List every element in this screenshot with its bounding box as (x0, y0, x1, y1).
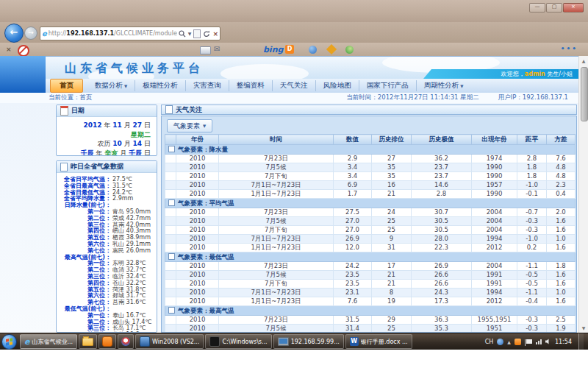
table-cell: 35.3 (412, 325, 472, 333)
table-row[interactable]: 20107月1日~7月23日6.91614.61957-1.02.3 (165, 181, 576, 190)
taskbar-item-2[interactable] (79, 334, 97, 349)
taskbar-item-4[interactable] (118, 334, 134, 349)
nav-item-6[interactable]: 天气关注 (272, 80, 315, 91)
collapse-toggle-icon[interactable] (168, 146, 175, 152)
table-cell: 24.3 (412, 289, 472, 297)
table-row[interactable]: 20107月下旬23.52126.61991-0.51.6 (165, 280, 576, 289)
table-row[interactable]: 20107月5候27.02530.52004-0.31.6 (165, 217, 576, 226)
table-row[interactable]: 20107月23日31.52936.31955,1951-0.32.5 (165, 316, 576, 325)
nav-item-7[interactable]: 风险地图 (315, 80, 359, 91)
table-row[interactable]: 20107月5候31.42535.31951-0.31.9 (165, 325, 576, 333)
element-select-button[interactable]: 气象要素▼ (167, 119, 212, 132)
compatibility-view-icon[interactable] (193, 29, 201, 38)
taskbar-item-7[interactable]: 192.168.59.99... (273, 334, 344, 349)
column-header[interactable]: 历史极值 (412, 135, 472, 145)
search-icon[interactable] (179, 30, 186, 38)
nav-item-2[interactable]: 数据分析▼ (87, 80, 135, 91)
action-center-flag-icon[interactable] (526, 339, 532, 344)
word-icon: W (350, 337, 359, 346)
toolbar-overflow-icon[interactable]: ••• (561, 45, 578, 52)
refresh-icon[interactable] (203, 30, 210, 38)
nav-item-3[interactable]: 极端性分析 (135, 80, 185, 91)
toolbar-close-icon[interactable]: × (6, 46, 12, 53)
language-indicator[interactable]: CH (485, 339, 494, 345)
table-row[interactable]: 20107月1日~7月23日23.1824.31994-1.11.0 (165, 289, 576, 297)
table-cell: 30.7 (412, 208, 472, 217)
collapse-toggle-icon[interactable] (168, 307, 175, 314)
scroll-up-icon[interactable]: ▲ (579, 56, 588, 66)
blocker-icon[interactable] (18, 45, 29, 57)
table-row[interactable]: 20107月23日24.21726.92004-1.11.8 (165, 262, 576, 271)
group-header-row[interactable]: 气象要素：降水量 (165, 145, 576, 155)
snapshot-icon[interactable] (200, 46, 211, 54)
table-row[interactable]: 20107月下旬27.02530.52004-0.31.6 (165, 226, 576, 235)
address-bar-controls: ▼ × (179, 29, 218, 38)
maximize-button[interactable]: ▢ (546, 3, 562, 13)
table-row[interactable]: 20101月1日~7月23日7.61917.32012-0.41.6 (165, 297, 576, 306)
windows-taskbar: e山东省气候业...Win2008 (VS2...C:\Windows\s...… (0, 333, 588, 350)
nav-item-4[interactable]: 灾害查询 (185, 80, 229, 91)
column-header[interactable]: 距平 (517, 135, 547, 145)
back-button[interactable]: ← (4, 24, 24, 43)
table-row[interactable]: 20101月1日~7月23日1.7212.81990-0.10.4 (165, 190, 576, 199)
tray-expand-icon[interactable]: ▲ (507, 339, 511, 344)
taskbar-item-6[interactable]: C:\Windows\s... (205, 334, 271, 349)
show-desktop-button[interactable] (578, 333, 584, 350)
breadcrumb: 当前位置：首页 (49, 93, 93, 102)
group-header-row[interactable]: 气象要素：平均气温 (165, 199, 576, 208)
tray-app-icon[interactable] (497, 339, 503, 345)
table-row[interactable]: 20107月23日27.52430.72004-0.72.0 (165, 208, 576, 217)
table-row[interactable]: 20107月下旬3.43523.719901.84.8 (165, 172, 576, 181)
column-header[interactable]: 出现年份 (472, 135, 517, 145)
bing-logo[interactable]: bing (263, 45, 283, 54)
start-button[interactable] (1, 334, 17, 350)
mail-icon[interactable]: ✉ (214, 45, 220, 53)
taskbar-item-3[interactable] (98, 334, 116, 349)
calendar-text: 辛亥 (104, 149, 118, 157)
column-header[interactable]: 数值 (334, 135, 372, 145)
scroll-down-icon[interactable]: ▼ (579, 323, 588, 333)
close-button[interactable]: × (563, 3, 584, 13)
bing-addon-icon[interactable]: D (285, 45, 294, 54)
volume-icon[interactable] (545, 339, 551, 344)
network-icon[interactable] (536, 339, 542, 344)
addon-diamond-icon[interactable] (326, 44, 337, 54)
table-row[interactable]: 20107月5候3.43523.719901.84.8 (165, 163, 576, 172)
column-header[interactable]: 历史排位 (372, 135, 412, 145)
taskbar-item-5[interactable]: Win2008 (VS2... (135, 334, 204, 349)
addon-green-icon[interactable] (345, 46, 354, 54)
table-row[interactable]: 20101月1日~7月23日12.03122.320120.21.6 (165, 244, 576, 252)
scrollbar-thumb[interactable] (581, 67, 588, 121)
forward-button[interactable]: → (24, 26, 37, 40)
table-cell: 25 (372, 226, 412, 235)
table-row[interactable]: 20107月5候23.52126.61991-0.51.6 (165, 271, 576, 280)
taskbar-item-label: Win2008 (VS2... (152, 339, 199, 345)
collapse-toggle-icon[interactable] (168, 253, 175, 260)
taskbar-item-1[interactable]: e山东省气候业... (20, 334, 77, 349)
vertical-scrollbar[interactable]: ▲ ▼ (578, 56, 588, 333)
nav-item-8[interactable]: 国家下行产品 (359, 80, 416, 91)
group-header-row[interactable]: 气象要素：最低气温 (165, 252, 576, 262)
search-dropdown-icon[interactable]: ▼ (188, 31, 192, 36)
nav-item-9[interactable]: 周期性分析▼ (416, 80, 471, 91)
taskbar-item-8[interactable]: W银行手册.docx ... (345, 334, 412, 349)
column-header[interactable]: 时间 (219, 135, 334, 145)
stop-icon[interactable]: × (212, 30, 218, 38)
tray-security-icon[interactable] (514, 339, 521, 345)
nav-item-1[interactable]: 首页 (50, 79, 83, 93)
addon-blue-icon[interactable] (309, 46, 317, 54)
address-bar[interactable]: e http://192.168.137.1/GLCCLIMATE/module… (40, 26, 220, 40)
row-spacer-cell (165, 271, 176, 280)
collapse-toggle-icon[interactable] (168, 199, 175, 206)
column-header[interactable]: 年份 (176, 135, 219, 145)
taskbar-clock[interactable]: 11:54 (555, 339, 572, 345)
table-row[interactable]: 20107月23日2.92736.219742.87.6 (165, 155, 576, 163)
calendar-line: 2012 年 11 月 27 日 (62, 121, 151, 130)
nav-item-5[interactable]: 整编资料 (229, 80, 272, 91)
table-row[interactable]: 20107月1日~7月23日26.9928.01994-1.01.0 (165, 235, 576, 244)
minimize-button[interactable]: — (529, 3, 545, 13)
table-cell: 2010 (176, 235, 219, 244)
column-header[interactable]: 方差 (547, 135, 576, 145)
table-cell: 1990 (472, 172, 517, 181)
group-header-row[interactable]: 气象要素：最高气温 (165, 306, 576, 316)
